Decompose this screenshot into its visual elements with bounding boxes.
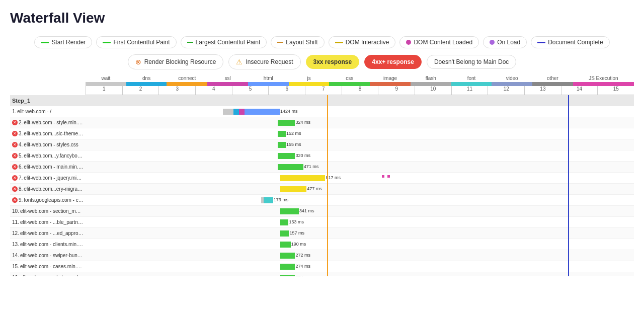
page-title: Waterfall View: [10, 10, 634, 26]
css-bar: [280, 275, 295, 277]
vline-blue: [568, 106, 569, 117]
table-row: ✕ 7. elit-web.com - jquery.min.js 817 ms: [10, 173, 634, 184]
css-bar: [280, 208, 299, 214]
row-name: elit-web.com...ery-migrate.min.js: [24, 186, 84, 192]
time-label: 817 ms: [326, 175, 341, 180]
vline-orange: [327, 206, 328, 217]
legend-on-load[interactable]: On Load: [483, 36, 527, 48]
row-label: ✕ 7. elit-web.com - jquery.min.js: [10, 175, 86, 181]
layout-shift-icon: [277, 42, 283, 43]
type-image: image: [370, 75, 411, 81]
vline-blue: [568, 217, 569, 228]
dom-interactive-icon: [335, 42, 343, 43]
row-num: 9.: [19, 197, 23, 203]
table-row: 1. elit-web.com - / 1424 ms: [10, 106, 634, 117]
legend-dom-interactive[interactable]: DOM Interactive: [329, 36, 396, 48]
wait-bar: [223, 109, 234, 115]
vline-orange: [327, 217, 328, 228]
row-bars: 173 ms: [86, 195, 634, 206]
4xx-badge[interactable]: 4xx+ response: [364, 55, 422, 69]
legend-first-contentful-paint[interactable]: First Contentful Paint: [96, 36, 176, 48]
row-label: ✕ 5. elit-web.com...y.fancybox.min.css: [10, 153, 86, 159]
row-bars: 190 ms: [86, 239, 634, 250]
vline-orange: [327, 261, 328, 272]
css-bar: [278, 164, 303, 170]
row-name: elit-web.com - ...ed_approach.min.css: [20, 230, 84, 236]
row-bars: 157 ms: [86, 228, 634, 239]
vline-orange: [327, 195, 328, 206]
time-label: 157 ms: [289, 230, 304, 236]
row-num: 14.: [12, 253, 19, 258]
dom-interactive-line: [327, 95, 328, 106]
vline-blue: [568, 228, 569, 239]
largest-contentful-paint-icon: [187, 42, 193, 43]
vline-blue: [568, 162, 569, 173]
row-bars: 477 ms: [86, 184, 634, 195]
row-num: 12.: [12, 230, 19, 236]
legend-document-complete[interactable]: Document Complete: [531, 36, 609, 48]
type-font: font: [451, 75, 492, 81]
not-main-doc-badge[interactable]: Doesn't Belong to Main Doc: [427, 55, 516, 69]
vline-blue: [568, 206, 569, 217]
row-label: 14. elit-web.com - swiper-bundle.css: [10, 253, 86, 258]
row-num: 3.: [19, 131, 23, 136]
row-bars: 1424 ms: [86, 106, 634, 117]
step-header: Step_1: [10, 95, 634, 106]
timeline-5: 5: [232, 86, 269, 95]
waterfall-rows[interactable]: Step_1 1. elit-web.com - /: [10, 95, 634, 276]
time-label: 477 ms: [307, 186, 322, 191]
vline-blue: [568, 250, 569, 261]
type-labels-row: wait dns connect ssl html js css image f…: [86, 75, 634, 81]
table-row: ✕ 5. elit-web.com...y.fancybox.min.css 3…: [10, 150, 634, 162]
timeline-6: 6: [268, 86, 305, 95]
timeline-14: 14: [561, 86, 598, 95]
render-blocking-badge[interactable]: ⊗ Render Blocking Resource: [128, 54, 224, 69]
legend-start-render[interactable]: Start Render: [34, 36, 92, 48]
color-image: [370, 82, 411, 86]
legend-largest-contentful-paint[interactable]: Largest Contentful Paint: [181, 36, 267, 48]
time-label: 190 ms: [291, 242, 306, 247]
error-icon: ✕: [12, 120, 18, 125]
document-complete-line: [568, 95, 569, 106]
time-label: 272 ms: [295, 253, 310, 258]
row-label: ✕ 9. fonts.googleapis.com - css2: [10, 197, 86, 203]
row-label: 15. elit-web.com - cases.min.css: [10, 264, 86, 269]
row-name: elit-web.com - main.min.css: [24, 164, 84, 170]
row-num: 4.: [19, 142, 23, 147]
error-icon: ✕: [12, 175, 18, 181]
row-num: 13.: [12, 242, 19, 247]
table-row: 10. elit-web.com - section_main.min.css …: [10, 206, 634, 217]
error-icon: ✕: [12, 131, 18, 136]
legend-layout-shift[interactable]: Layout Shift: [271, 36, 324, 48]
js-bar: [280, 175, 325, 181]
row-num: 5.: [19, 153, 23, 159]
row-name: elit-web.com - clients.min.css: [20, 242, 84, 247]
timeline-11: 11: [451, 86, 488, 95]
row-label: ✕ 3. elit-web.com...sic-themes.min.css: [10, 131, 86, 136]
3xx-badge[interactable]: 3xx response: [306, 55, 360, 69]
row-label: 1. elit-web.com - /: [10, 109, 86, 114]
row-bars: 471 ms: [86, 162, 634, 173]
js-exec-bar2: [387, 175, 390, 178]
table-row: 13. elit-web.com - clients.min.css 190 m…: [10, 239, 634, 250]
legend-dom-content-loaded[interactable]: DOM Content Loaded: [399, 36, 479, 48]
vline-blue: [568, 184, 569, 195]
color-js-execution: [573, 82, 634, 86]
error-icon: ✕: [12, 153, 18, 159]
render-blocking-label: Render Blocking Resource: [144, 58, 216, 65]
table-row: ✕ 3. elit-web.com...sic-themes.min.css 1…: [10, 128, 634, 139]
js-bar: [280, 186, 306, 192]
vline-orange: [327, 228, 328, 239]
timeline-9: 9: [378, 86, 415, 95]
vline-orange: [327, 106, 328, 117]
timeline-2: 2: [122, 86, 159, 95]
type-js: js: [289, 75, 330, 81]
vline-blue: [568, 117, 569, 128]
error-icon: ✕: [12, 164, 18, 170]
time-label: 152 ms: [286, 131, 301, 136]
row-bars: 274 ms: [86, 272, 634, 277]
insecure-request-badge[interactable]: ⚠ Insecure Request: [228, 54, 300, 69]
color-video: [492, 82, 532, 86]
time-label: 274 ms: [295, 275, 310, 277]
color-other: [532, 82, 573, 86]
